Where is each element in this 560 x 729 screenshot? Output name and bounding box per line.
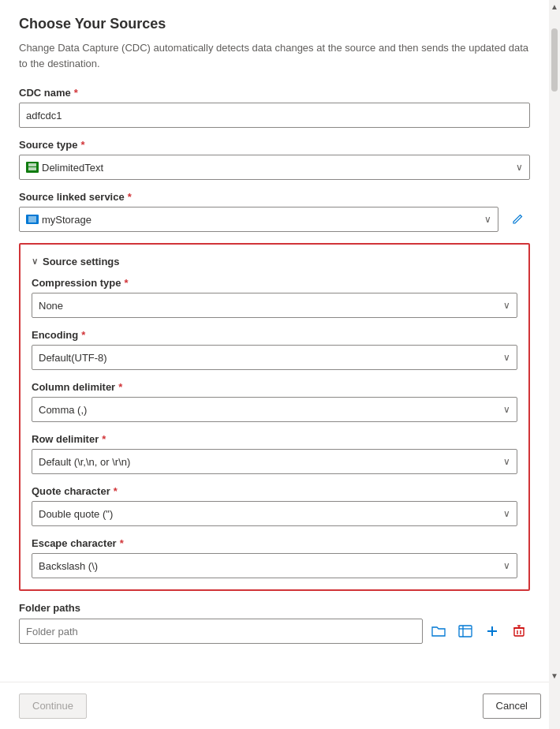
column-delimiter-label: Column delimiter* (32, 381, 517, 393)
required-star-enc: * (81, 329, 85, 341)
service-chevron: ∨ (484, 214, 491, 225)
source-type-dropdown-wrapper: DelimitedText ∨ (19, 155, 530, 180)
required-star: * (74, 87, 78, 99)
source-linked-service-dropdown[interactable]: myStorage ∨ (19, 207, 498, 232)
cdc-name-group: CDC name* (19, 87, 530, 128)
svg-rect-2 (28, 216, 36, 222)
compression-type-dropdown-wrapper: None ∨ (32, 293, 517, 318)
folder-input-row (19, 619, 530, 644)
column-delimiter-group: Column delimiter* Comma (,) ∨ (32, 381, 517, 422)
encoding-dropdown-wrapper: Default(UTF-8) ∨ (32, 345, 517, 370)
source-linked-service-label: Source linked service* (19, 191, 530, 203)
svg-rect-3 (459, 626, 472, 637)
encoding-group: Encoding* Default(UTF-8) ∨ (32, 329, 517, 370)
service-icon-row: myStorage (26, 214, 91, 226)
page-container: ▲ Choose Your Sources Change Data Captur… (0, 0, 560, 729)
escape-character-label: Escape character* (32, 537, 517, 549)
page-description: Change Data Capture (CDC) automatically … (19, 40, 530, 71)
add-folder-button[interactable] (481, 620, 503, 642)
svg-rect-0 (28, 163, 36, 166)
folder-path-input[interactable] (19, 619, 423, 644)
delimited-icon (26, 162, 39, 173)
row-delimiter-value: Default (\r,\n, or \r\n) (39, 456, 130, 468)
row-delimiter-chevron: ∨ (503, 456, 510, 467)
source-settings-toggle[interactable]: ∨ Source settings (32, 256, 517, 267)
svg-rect-8 (514, 628, 524, 636)
required-star-col: * (118, 381, 122, 393)
storage-icon (26, 215, 39, 224)
encoding-chevron: ∨ (503, 352, 510, 363)
cdc-name-label: CDC name* (19, 87, 530, 99)
required-star-comp: * (124, 277, 128, 289)
dataset-button[interactable] (454, 620, 476, 642)
folder-paths-label: Folder paths (19, 602, 530, 614)
service-dropdown-wrapper: myStorage ∨ (19, 207, 498, 232)
required-star-esc: * (120, 537, 124, 549)
scroll-down-arrow[interactable]: ▼ (549, 669, 560, 682)
compression-type-dropdown[interactable]: None ∨ (32, 293, 517, 318)
edit-service-button[interactable] (505, 207, 530, 232)
column-delimiter-dropdown[interactable]: Comma (,) ∨ (32, 397, 517, 422)
encoding-dropdown[interactable]: Default(UTF-8) ∨ (32, 345, 517, 370)
required-star-quote: * (114, 485, 118, 497)
column-delimiter-chevron: ∨ (503, 404, 510, 415)
compression-type-label: Compression type* (32, 277, 517, 289)
footer-area: Continue Cancel (0, 682, 560, 729)
quote-character-dropdown[interactable]: Double quote (") ∨ (32, 501, 517, 526)
page-title: Choose Your Sources (19, 16, 530, 32)
folder-paths-section: Folder paths (19, 602, 530, 644)
escape-character-group: Escape character* Backslash (\) ∨ (32, 537, 517, 578)
escape-character-value: Backslash (\) (39, 560, 98, 572)
source-type-group: Source type* DelimitedText ∨ (19, 139, 530, 180)
escape-character-chevron: ∨ (503, 560, 510, 571)
required-star-3: * (128, 191, 132, 203)
source-type-icon-row: DelimitedText (26, 162, 103, 174)
source-type-dropdown[interactable]: DelimitedText ∨ (19, 155, 530, 180)
escape-character-dropdown[interactable]: Backslash (\) ∨ (32, 553, 517, 578)
source-linked-service-group: Source linked service* myStorage ∨ (19, 191, 530, 232)
delete-folder-button[interactable] (508, 620, 530, 642)
row-delimiter-label: Row delimiter* (32, 433, 517, 445)
quote-character-dropdown-wrapper: Double quote (") ∨ (32, 501, 517, 526)
row-delimiter-group: Row delimiter* Default (\r,\n, or \r\n) … (32, 433, 517, 474)
cancel-button[interactable]: Cancel (483, 693, 541, 719)
quote-character-value: Double quote (") (39, 508, 113, 520)
compression-chevron: ∨ (503, 300, 510, 311)
compression-type-group: Compression type* None ∨ (32, 277, 517, 318)
svg-rect-1 (28, 167, 36, 170)
quote-character-label: Quote character* (32, 485, 517, 497)
required-star-row: * (102, 433, 106, 445)
service-row: myStorage ∨ (19, 207, 530, 232)
scrollbar-thumb[interactable] (551, 28, 558, 92)
settings-toggle-chevron: ∨ (32, 256, 38, 267)
required-star-2: * (80, 139, 84, 151)
quote-character-chevron: ∨ (503, 508, 510, 519)
source-type-chevron: ∨ (516, 162, 523, 173)
content-area: Choose Your Sources Change Data Capture … (0, 0, 549, 682)
source-settings-box: ∨ Source settings Compression type* None… (19, 243, 530, 591)
scrollbar[interactable]: ▲ (549, 0, 560, 729)
escape-character-dropdown-wrapper: Backslash (\) ∨ (32, 553, 517, 578)
continue-button[interactable]: Continue (19, 693, 87, 719)
scroll-up-arrow[interactable]: ▲ (549, 0, 560, 13)
browse-folder-button[interactable] (427, 620, 450, 642)
row-delimiter-dropdown-wrapper: Default (\r,\n, or \r\n) ∨ (32, 449, 517, 474)
footer-left: Continue (19, 693, 87, 719)
column-delimiter-dropdown-wrapper: Comma (,) ∨ (32, 397, 517, 422)
source-type-label: Source type* (19, 139, 530, 151)
quote-character-group: Quote character* Double quote (") ∨ (32, 485, 517, 526)
row-delimiter-dropdown[interactable]: Default (\r,\n, or \r\n) ∨ (32, 449, 517, 474)
cdc-name-input[interactable] (19, 103, 530, 128)
encoding-label: Encoding* (32, 329, 517, 341)
